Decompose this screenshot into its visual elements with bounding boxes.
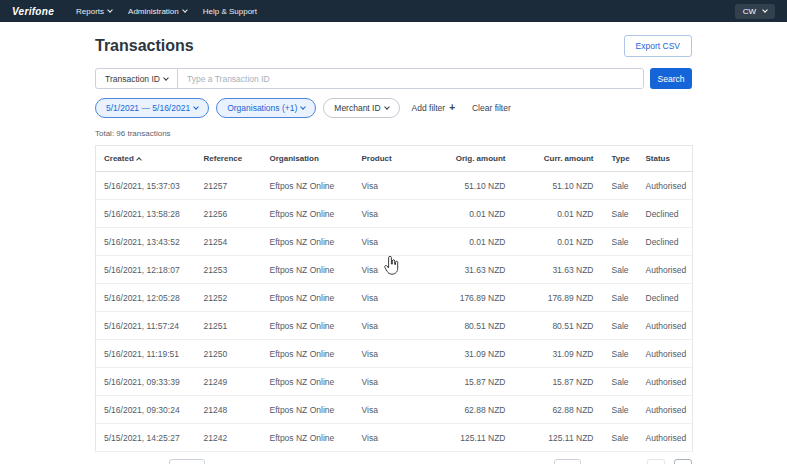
previous-page-button[interactable] [647,459,665,464]
column-header-type[interactable]: Type [602,146,638,172]
cell-status: Authorised [638,312,693,340]
cell-orig-amount: 31.09 NZD [432,340,514,368]
table-row[interactable]: 5/16/2021, 11:57:2421251Eftpos NZ Online… [96,312,693,340]
cell-reference: 21242 [196,424,262,452]
user-initials: CW [743,7,756,16]
table-row[interactable]: 5/16/2021, 09:30:2421248Eftpos NZ Online… [96,396,693,424]
column-header-organisation[interactable]: Organisation [262,146,354,172]
cell-reference: 21254 [196,228,262,256]
column-header-reference[interactable]: Reference [196,146,262,172]
cell-product: Visa [354,340,432,368]
top-menu: Reports Administration Help & Support [76,7,257,16]
clear-filter-label: Clear filter [472,103,511,113]
cell-organisation: Eftpos NZ Online [262,312,354,340]
top-navigation-bar: Verifone Reports Administration Help & S… [0,0,787,22]
cell-type: Sale [602,172,638,200]
add-filter-button[interactable]: Add filter+ [407,99,460,117]
table-row[interactable]: 5/16/2021, 12:18:0721253Eftpos NZ Online… [96,256,693,284]
chevron-down-icon [163,75,169,81]
search-field-selector[interactable]: Transaction ID [96,69,178,88]
table-row[interactable]: 5/16/2021, 11:19:5121250Eftpos NZ Online… [96,340,693,368]
cell-created: 5/16/2021, 13:58:28 [96,200,196,228]
cell-reference: 21249 [196,368,262,396]
clear-filter-button[interactable]: Clear filter [467,99,516,117]
organisations-label: Organisations (+1) [227,103,297,113]
menu-help-support[interactable]: Help & Support [203,7,257,16]
cell-reference: 21257 [196,172,262,200]
cell-curr-amount: 0.01 NZD [514,228,602,256]
cell-reference: 21256 [196,200,262,228]
cell-reference: 21252 [196,284,262,312]
cell-product: Visa [354,368,432,396]
merchant-id-filter-chip[interactable]: Merchant ID [323,98,399,118]
cell-status: Authorised [638,396,693,424]
table-row[interactable]: 5/16/2021, 13:58:2821256Eftpos NZ Online… [96,200,693,228]
cell-type: Sale [602,256,638,284]
table-row[interactable]: 5/16/2021, 13:43:5221254Eftpos NZ Online… [96,228,693,256]
column-header-orig-amount[interactable]: Orig. amount [432,146,514,172]
column-header-created-label: Created [104,154,134,163]
cell-created: 5/16/2021, 09:30:24 [96,396,196,424]
cell-organisation: Eftpos NZ Online [262,200,354,228]
cell-product: Visa [354,312,432,340]
table-row[interactable]: 5/16/2021, 09:33:3921249Eftpos NZ Online… [96,368,693,396]
cell-orig-amount: 80.51 NZD [432,312,514,340]
column-header-curr-amount[interactable]: Curr. amount [514,146,602,172]
cell-curr-amount: 15.87 NZD [514,368,602,396]
cell-organisation: Eftpos NZ Online [262,424,354,452]
cell-status: Authorised [638,256,693,284]
go-to-page-input[interactable] [554,459,581,464]
table-header-row: Created Reference Organisation Product O… [96,146,693,172]
pagination-controls: Go to page Page 1 of 10 [503,459,692,464]
chevron-down-icon [300,104,306,110]
date-range-filter-chip[interactable]: 5/1/2021 — 5/16/2021 [95,98,209,118]
page-header: Transactions Export CSV [95,35,692,57]
cell-orig-amount: 0.01 NZD [432,228,514,256]
cell-organisation: Eftpos NZ Online [262,396,354,424]
export-csv-button[interactable]: Export CSV [624,35,692,57]
column-header-product[interactable]: Product [354,146,432,172]
results-per-page-select[interactable]: 10 [169,459,204,464]
cell-organisation: Eftpos NZ Online [262,284,354,312]
cell-created: 5/16/2021, 11:57:24 [96,312,196,340]
cell-curr-amount: 31.63 NZD [514,256,602,284]
cell-type: Sale [602,424,638,452]
table-row[interactable]: 5/16/2021, 12:05:2821252Eftpos NZ Online… [96,284,693,312]
cell-type: Sale [602,284,638,312]
cell-organisation: Eftpos NZ Online [262,172,354,200]
verifone-logo: Verifone [12,6,54,17]
menu-reports[interactable]: Reports [76,7,112,16]
cell-orig-amount: 176.89 NZD [432,284,514,312]
transactions-total: Total: 96 transactions [95,129,692,138]
table-row[interactable]: 5/15/2021, 14:25:2721242Eftpos NZ Online… [96,424,693,452]
table-body: 5/16/2021, 15:37:0321257Eftpos NZ Online… [96,172,693,452]
column-header-created[interactable]: Created [96,146,196,172]
table-row[interactable]: 5/16/2021, 15:37:0321257Eftpos NZ Online… [96,172,693,200]
search-field-selector-label: Transaction ID [105,74,160,84]
cell-product: Visa [354,396,432,424]
search-input[interactable] [178,69,643,88]
cell-status: Authorised [638,172,693,200]
cell-type: Sale [602,396,638,424]
cell-status: Declined [638,200,693,228]
add-filter-label: Add filter [412,103,446,113]
menu-administration[interactable]: Administration [128,7,187,16]
cell-orig-amount: 31.63 NZD [432,256,514,284]
next-page-button[interactable] [674,459,692,464]
cell-created: 5/16/2021, 11:19:51 [96,340,196,368]
cell-created: 5/16/2021, 09:33:39 [96,368,196,396]
cell-curr-amount: 31.09 NZD [514,340,602,368]
page-title: Transactions [95,37,194,55]
user-menu[interactable]: CW [735,4,775,19]
cell-organisation: Eftpos NZ Online [262,340,354,368]
sort-ascending-icon [136,157,142,163]
menu-reports-label: Reports [76,7,104,16]
cell-product: Visa [354,284,432,312]
organisations-filter-chip[interactable]: Organisations (+1) [216,98,316,118]
cell-reference: 21251 [196,312,262,340]
search-button[interactable]: Search [650,68,692,89]
column-header-status[interactable]: Status [638,146,693,172]
cell-curr-amount: 51.10 NZD [514,172,602,200]
search-group: Transaction ID [95,68,644,89]
cell-type: Sale [602,340,638,368]
